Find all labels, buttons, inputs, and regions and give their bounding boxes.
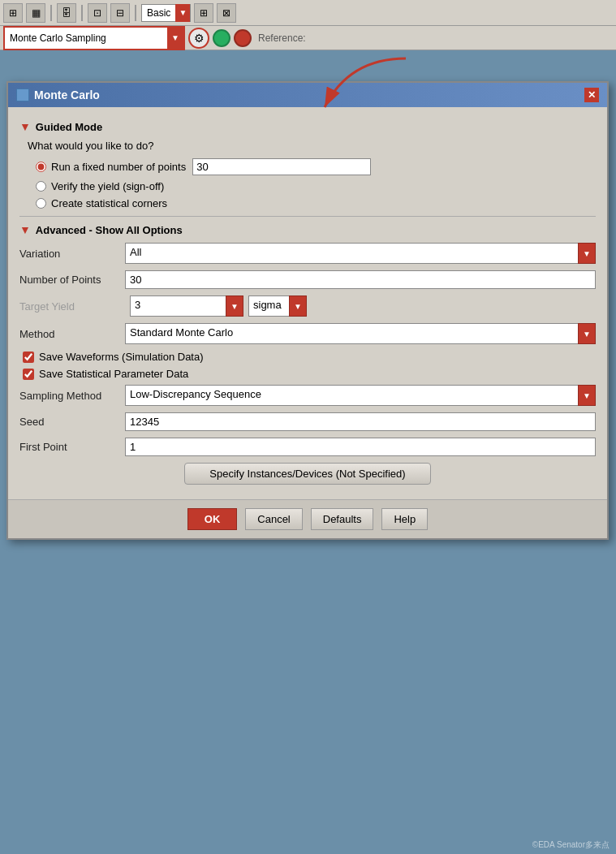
save-waveforms-checkbox[interactable] — [23, 352, 34, 363]
num-points-row: Number of Points 30 — [19, 270, 596, 289]
toolbar-icon-2[interactable]: ▦ — [26, 3, 45, 23]
radio-stat-corners-label: Create statistical corners — [51, 197, 167, 209]
guided-mode-title: Guided Mode — [36, 121, 102, 133]
cancel-button[interactable]: Cancel — [245, 508, 302, 530]
target-yield-num-value: 3 — [130, 295, 226, 317]
method-label: Method — [19, 328, 125, 340]
target-yield-num-arrow[interactable]: ▼ — [226, 295, 243, 317]
sampling-method-dropdown-arrow[interactable]: ▼ — [578, 385, 596, 406]
monte-carlo-dialog: Monte Carlo ✕ ▼ Guided Mode What would y… — [6, 81, 609, 540]
target-yield-label: Target Yield — [19, 300, 125, 313]
num-points-label: Number of Points — [19, 274, 125, 286]
method-select[interactable]: Standard Monte Carlo ▼ — [125, 323, 596, 344]
seed-label: Seed — [19, 416, 125, 428]
mc-sampling-arrow[interactable]: ▼ — [167, 28, 183, 49]
guided-mode-header: ▼ Guided Mode — [19, 120, 596, 133]
num-points-input[interactable]: 30 — [125, 270, 596, 289]
toolbar2: Monte Carlo Sampling ▼ ⚙ Reference: — [0, 26, 616, 50]
variation-dropdown-arrow[interactable]: ▼ — [578, 243, 596, 264]
sampling-method-select[interactable]: Low-Discrepancy Sequence ▼ — [125, 385, 596, 406]
save-stat-row: Save Statistical Parameter Data — [23, 368, 596, 380]
guided-mode-arrow[interactable]: ▼ — [19, 120, 31, 133]
target-yield-sigma-value: sigma — [248, 295, 289, 317]
dialog-icon — [16, 88, 29, 101]
advanced-title: Advanced - Show All Options — [36, 224, 183, 236]
radio-verify-yield[interactable] — [36, 181, 46, 192]
toolbar1: ⊞ ▦ 🗄 ⊡ ⊟ Basic ▼ ⊞ ⊠ — [0, 0, 616, 26]
target-yield-sigma-arrow[interactable]: ▼ — [289, 295, 307, 317]
save-waveforms-row: Save Waveforms (Simulation Data) — [23, 351, 596, 363]
toolbar-sep-2 — [81, 5, 83, 21]
basic-dropdown-arrow[interactable]: ▼ — [175, 4, 190, 22]
toolbar-icon-5[interactable]: ⊟ — [110, 3, 130, 23]
help-button[interactable]: Help — [381, 508, 428, 530]
radio-fixed-points-label: Run a fixed number of points — [51, 161, 186, 173]
run-button[interactable] — [213, 29, 230, 47]
method-value: Standard Monte Carlo — [125, 323, 578, 344]
toolbar-sep-3 — [135, 5, 136, 21]
toolbar-icon-6[interactable]: ⊞ — [194, 3, 213, 23]
num-points-control: 30 — [125, 270, 596, 289]
toolbar-icon-7[interactable]: ⊠ — [217, 3, 236, 23]
toolbar-icon-4[interactable]: ⊡ — [88, 3, 107, 23]
variation-select[interactable]: All ▼ — [125, 243, 596, 264]
stop-button[interactable] — [234, 29, 252, 47]
section-divider-1 — [19, 216, 596, 217]
radio-verify-yield-label: Verify the yield (sign-off) — [51, 180, 164, 192]
fixed-points-input[interactable]: 30 — [192, 158, 371, 175]
dialog-footer: OK Cancel Defaults Help — [8, 499, 607, 538]
watermark: ©EDA Senator多来点 — [532, 839, 610, 851]
toolbar-sep-1 — [50, 5, 52, 21]
target-yield-sigma-select[interactable]: sigma ▼ — [248, 295, 307, 317]
reference-label: Reference: — [258, 32, 306, 44]
toolbar-icon-3[interactable]: 🗄 — [57, 3, 76, 23]
variation-value: All — [125, 243, 578, 264]
seed-input[interactable]: 12345 — [125, 412, 596, 431]
method-row: Method Standard Monte Carlo ▼ — [19, 323, 596, 344]
sampling-method-value: Low-Discrepancy Sequence — [125, 385, 578, 406]
seed-control: 12345 — [125, 412, 596, 431]
save-stat-checkbox[interactable] — [23, 369, 34, 380]
dialog-titlebar: Monte Carlo ✕ — [8, 83, 607, 107]
save-stat-label: Save Statistical Parameter Data — [39, 368, 188, 380]
advanced-section-header: ▼ Advanced - Show All Options — [19, 223, 596, 236]
close-button[interactable]: ✕ — [584, 88, 599, 102]
seed-row: Seed 12345 — [19, 412, 596, 431]
sampling-method-row: Sampling Method Low-Discrepancy Sequence… — [19, 385, 596, 406]
first-point-control: 1 — [125, 438, 596, 456]
mc-sampling-dropdown[interactable]: Monte Carlo Sampling ▼ — [3, 26, 185, 50]
first-point-input[interactable]: 1 — [125, 438, 596, 456]
method-dropdown-arrow[interactable]: ▼ — [578, 323, 596, 344]
defaults-button[interactable]: Defaults — [311, 508, 374, 530]
advanced-arrow[interactable]: ▼ — [19, 223, 31, 236]
radio-stat-corners[interactable] — [36, 198, 46, 209]
ok-button[interactable]: OK — [187, 508, 238, 530]
first-point-label: First Point — [19, 441, 125, 453]
specify-instances-button[interactable]: Specify Instances/Devices (Not Specified… — [184, 463, 430, 485]
basic-dropdown-text: Basic — [142, 7, 175, 19]
variation-label: Variation — [19, 248, 125, 260]
gear-button[interactable]: ⚙ — [188, 28, 209, 49]
dialog-title: Monte Carlo — [34, 88, 100, 101]
mc-sampling-text: Monte Carlo Sampling — [5, 31, 167, 45]
radio-stat-corners-row: Create statistical corners — [36, 197, 596, 209]
radio-verify-yield-row: Verify the yield (sign-off) — [36, 180, 596, 192]
radio-fixed-points[interactable] — [36, 162, 46, 172]
guided-question: What would you like to do? — [28, 140, 596, 152]
target-yield-num-select[interactable]: 3 ▼ — [130, 295, 243, 317]
variation-row: Variation All ▼ — [19, 243, 596, 264]
sampling-method-label: Sampling Method — [19, 390, 125, 402]
toolbar-icon-1[interactable]: ⊞ — [3, 3, 23, 23]
target-yield-row: Target Yield 3 ▼ sigma ▼ — [19, 295, 596, 317]
radio-fixed-points-row: Run a fixed number of points 30 — [36, 158, 596, 175]
dialog-body: ▼ Guided Mode What would you like to do?… — [8, 107, 607, 499]
first-point-row: First Point 1 — [19, 438, 596, 456]
save-waveforms-label: Save Waveforms (Simulation Data) — [39, 351, 204, 363]
